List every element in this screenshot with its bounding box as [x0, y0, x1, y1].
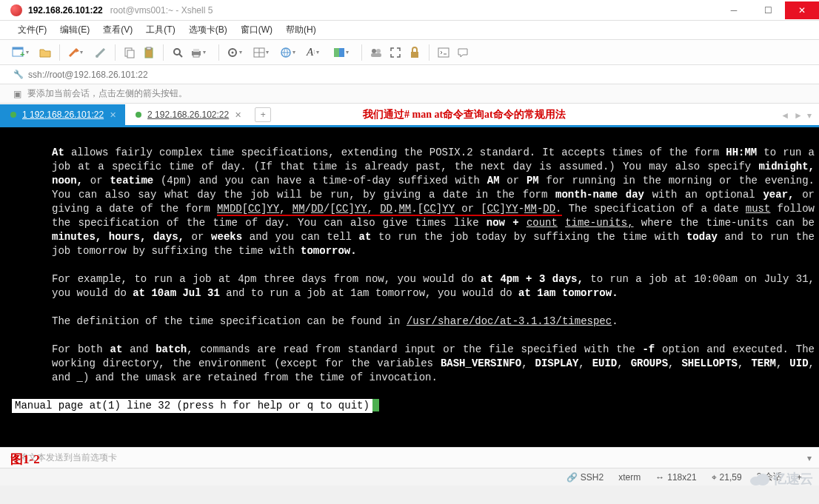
menu-bar: 文件(F) 编辑(E) 查看(V) 工具(T) 选项卡(B) 窗口(W) 帮助(… — [0, 21, 819, 40]
reconnect-button[interactable]: ▾ — [66, 44, 90, 61]
address-url[interactable]: ssh://root@192.168.26.101:22 — [28, 70, 148, 80]
separator — [163, 44, 164, 61]
svg-rect-12 — [193, 55, 199, 57]
lock-button[interactable] — [407, 44, 423, 61]
link-icon: 🔗 — [566, 472, 578, 483]
svg-point-21 — [372, 49, 376, 53]
send-bar[interactable]: 仅将文本发送到当前选项卡 图1-2 ▾ — [0, 447, 819, 468]
status-dot-icon — [10, 112, 16, 118]
svg-rect-7 — [147, 47, 151, 50]
session-tabs: 1 192.168.26.101:22 ✕ 2 192.168.26.102:2… — [0, 104, 819, 127]
svg-rect-20 — [339, 48, 344, 57]
tab-close-icon[interactable]: ✕ — [110, 110, 116, 120]
status-size: ↔118x21 — [655, 472, 696, 483]
svg-rect-25 — [438, 48, 449, 57]
close-button[interactable]: ✕ — [785, 1, 819, 19]
chat-button[interactable] — [455, 44, 471, 61]
fullscreen-button[interactable] — [387, 44, 404, 61]
menu-window[interactable]: 窗口(W) — [236, 22, 277, 38]
paste-button[interactable] — [141, 44, 157, 61]
properties-button[interactable]: ▾ — [225, 44, 249, 61]
copy-button[interactable] — [121, 44, 138, 61]
tab-prev-icon[interactable]: ◄ — [780, 110, 789, 121]
separator — [361, 44, 362, 61]
menu-view[interactable]: 查看(V) — [98, 22, 137, 38]
tab-session-1[interactable]: 1 192.168.26.101:22 ✕ — [0, 104, 125, 125]
cursor-icon — [372, 399, 379, 411]
terminal-output[interactable]: At allows fairly complex time specificat… — [0, 127, 819, 447]
script-button[interactable] — [435, 44, 452, 61]
minimize-button[interactable]: ─ — [717, 1, 751, 19]
window-title-ip: 192.168.26.101:22 — [28, 5, 103, 16]
color-scheme-button[interactable]: ▾ — [332, 44, 355, 61]
encoding-button[interactable]: ▾ — [278, 44, 302, 61]
tab-next-icon[interactable]: ► — [794, 110, 803, 121]
layout-button[interactable]: ▾ — [252, 44, 275, 61]
svg-point-3 — [96, 55, 98, 58]
tab-session-2[interactable]: 2 192.168.26.102:22 ✕ — [125, 104, 250, 125]
tab-label: 1 192.168.26.101:22 — [22, 110, 104, 120]
hint-icon: ▣ — [13, 89, 21, 99]
new-session-button[interactable]: +▾ — [10, 44, 34, 61]
resize-icon: ↔ — [655, 472, 664, 483]
svg-line-9 — [179, 54, 182, 57]
status-dot-icon — [136, 112, 141, 118]
tab-label: 2 192.168.26.102:22 — [147, 110, 229, 120]
figure-label: 图1-2 — [10, 451, 40, 468]
separator — [115, 44, 116, 61]
menu-tabs[interactable]: 选项卡(B) — [184, 22, 232, 38]
status-term: xterm — [618, 472, 641, 483]
toolbar: +▾ ▾ ▾ ▾ ▾ ▾ A⁝▾ ▾ — [0, 40, 819, 65]
address-bar: 🔧 ssh://root@192.168.26.101:22 — [0, 65, 819, 84]
find-button[interactable] — [170, 44, 186, 61]
svg-rect-11 — [193, 49, 199, 52]
svg-rect-23 — [371, 53, 381, 57]
svg-point-14 — [232, 51, 234, 53]
watermark: 亿速云 — [742, 467, 819, 491]
send-dropdown-icon[interactable]: ▾ — [807, 453, 819, 463]
print-button[interactable]: ▾ — [189, 44, 213, 61]
svg-text:+: + — [20, 50, 24, 58]
svg-point-8 — [174, 49, 180, 55]
hint-text: 要添加当前会话，点击左侧的箭头按钮。 — [27, 87, 187, 100]
open-button[interactable] — [37, 44, 53, 61]
separator — [218, 44, 219, 61]
sessions-button[interactable] — [368, 44, 384, 61]
svg-rect-24 — [411, 52, 418, 58]
window-controls: ─ ☐ ✕ — [717, 1, 819, 19]
menu-file[interactable]: 文件(F) — [13, 22, 51, 38]
svg-rect-19 — [334, 48, 339, 57]
font-button[interactable]: A⁝▾ — [305, 44, 329, 61]
tab-close-icon[interactable]: ✕ — [235, 110, 241, 120]
app-logo-icon — [10, 4, 22, 16]
window-title-sub: root@vms001:~ - Xshell 5 — [110, 5, 213, 16]
tab-nav: ◄ ► ▾ — [780, 110, 812, 121]
tab-add-button[interactable]: + — [255, 107, 271, 122]
cloud-icon — [748, 471, 770, 486]
red-annotation: 我们通过# man at命令查询at命令的常规用法 — [363, 108, 566, 121]
status-cursor: ⌖21,59 — [712, 472, 742, 483]
tab-list-icon[interactable]: ▾ — [807, 110, 812, 121]
svg-point-22 — [376, 49, 381, 53]
status-bar: 🔗SSH2 xterm ↔118x21 ⌖21,59 2 会话 + – — [0, 468, 819, 485]
menu-edit[interactable]: 编辑(E) — [56, 22, 94, 38]
man-status-line: Manual page at(1) line 32 (press h for h… — [12, 399, 372, 413]
svg-point-27 — [756, 474, 769, 485]
maximize-button[interactable]: ☐ — [751, 1, 785, 19]
separator — [59, 44, 60, 61]
cursor-pos-icon: ⌖ — [712, 472, 717, 483]
menu-help[interactable]: 帮助(H) — [281, 22, 321, 38]
svg-rect-5 — [127, 50, 134, 58]
hint-bar: ▣ 要添加当前会话，点击左侧的箭头按钮。 — [0, 84, 819, 104]
status-proto: 🔗SSH2 — [566, 472, 604, 483]
disconnect-button[interactable] — [93, 44, 109, 61]
title-bar: 192.168.26.101:22 root@vms001:~ - Xshell… — [0, 0, 819, 21]
separator — [429, 44, 429, 61]
lock-icon: 🔧 — [13, 70, 24, 79]
menu-tools[interactable]: 工具(T) — [141, 22, 179, 38]
